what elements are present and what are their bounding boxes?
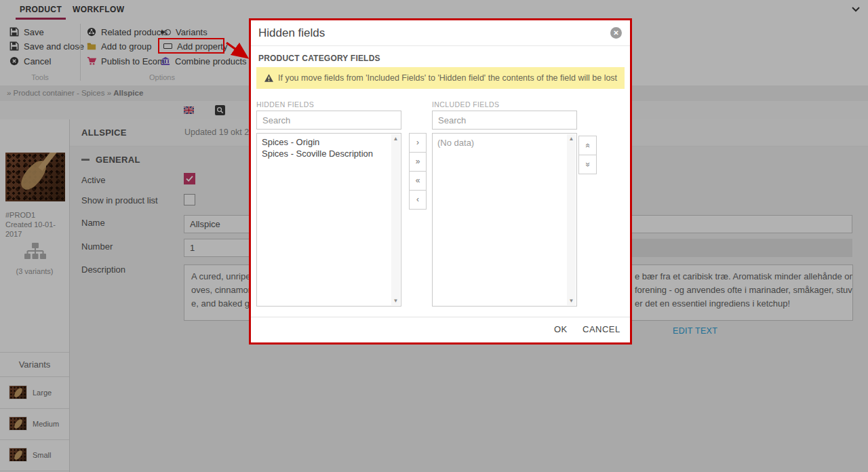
ok-button[interactable]: OK — [554, 324, 568, 334]
modal-title: Hidden fields — [258, 20, 325, 45]
hidden-fields-label: HIDDEN FIELDS — [256, 100, 314, 109]
warning-triangle-icon — [264, 74, 273, 82]
hidden-fields-list[interactable]: Spices - Origin Spices - Scoville Descri… — [256, 133, 401, 307]
scrollbar[interactable]: ▲▼ — [391, 134, 400, 305]
modal-section-title: PRODUCT CATEGORY FIELDS — [258, 54, 380, 63]
move-all-left-button[interactable]: « — [409, 171, 427, 191]
included-fields-search-input[interactable] — [432, 111, 577, 130]
cancel-modal-button[interactable]: CANCEL — [583, 324, 620, 334]
scrollbar[interactable]: ▲▼ — [567, 134, 576, 305]
scroll-up-icon[interactable]: ▲ — [569, 134, 574, 143]
hidden-fields-search-input[interactable] — [256, 111, 401, 130]
app-window: PRODUCT WORKFLOW Save Save and close Can… — [0, 0, 868, 472]
move-left-button[interactable]: ‹ — [409, 190, 427, 210]
list-item[interactable]: Spices - Scoville Description — [262, 149, 391, 159]
modal-footer-divider — [251, 317, 630, 317]
list-item[interactable]: Spices - Origin — [262, 137, 391, 148]
included-fields-label: INCLUDED FIELDS — [432, 100, 499, 109]
modal-title-divider — [251, 45, 630, 46]
warning-banner: If you move fields from 'Included Fields… — [256, 67, 625, 89]
included-fields-list[interactable]: (No data) ▲▼ — [432, 133, 577, 307]
scroll-down-icon[interactable]: ▼ — [393, 296, 399, 305]
scroll-up-icon[interactable]: ▲ — [393, 134, 399, 143]
move-right-button[interactable]: › — [409, 133, 427, 153]
close-icon[interactable]: ✕ — [610, 27, 622, 39]
move-all-right-button[interactable]: » — [409, 152, 427, 172]
scroll-down-icon[interactable]: ▼ — [569, 296, 574, 305]
move-up-button[interactable]: « — [578, 136, 597, 155]
no-data-placeholder: (No data) — [433, 134, 576, 148]
move-down-button[interactable]: » — [578, 155, 597, 174]
annotation-highlight-box — [158, 38, 224, 54]
hidden-fields-modal: Hidden fields ✕ PRODUCT CATEGORY FIELDS … — [249, 18, 632, 345]
annotation-arrow — [224, 39, 254, 64]
